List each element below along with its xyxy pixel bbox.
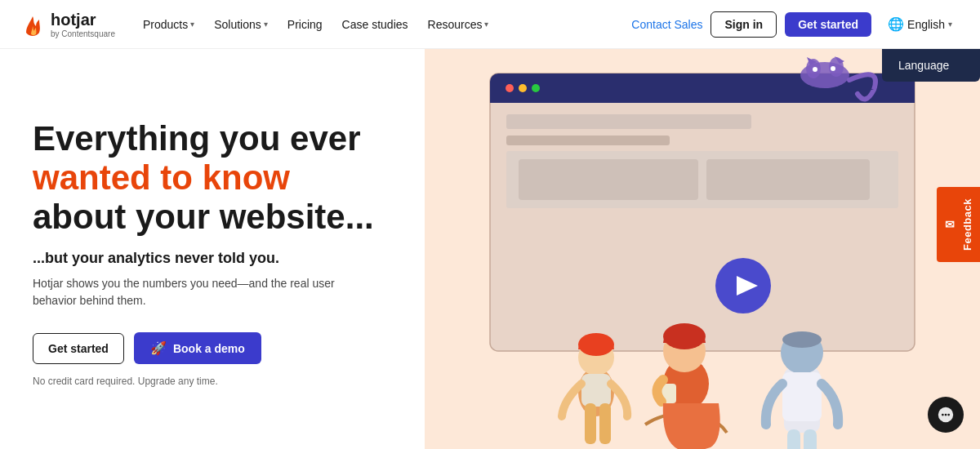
hero-title-line2: about your website... [33,198,374,236]
svg-rect-10 [706,159,870,200]
nav-label-products: Products [143,18,188,31]
svg-point-4 [519,84,527,92]
svg-rect-23 [581,374,611,407]
hero-title-line1: Everything you ever [33,119,360,158]
logo[interactable]: hotjar by Contentsquare [20,10,115,39]
language-selector[interactable]: 🌐 English ▾ [880,11,960,37]
book-demo-button[interactable]: 🚀 Book a demo [134,332,261,364]
globe-icon: 🌐 [888,16,904,32]
nav-label-solutions: Solutions [214,18,261,31]
language-label: English [907,18,945,31]
svg-rect-25 [599,403,611,444]
svg-rect-33 [782,372,822,421]
nav-item-pricing[interactable]: Pricing [279,13,331,36]
contact-sales-link[interactable]: Contact Sales [631,18,702,31]
language-dropdown-label: Language [898,59,949,72]
svg-rect-2 [490,91,915,103]
brand-name: hotjar [51,11,115,29]
nav-left: hotjar by Contentsquare Products ▾ Solut… [20,10,497,39]
rocket-icon: 🚀 [150,340,167,356]
no-credit-card-note: No credit card required. Upgrade any tim… [33,376,392,387]
chevron-down-icon: ▾ [264,20,268,29]
chevron-down-icon: ▾ [190,20,194,29]
chevron-down-icon: ▾ [484,20,488,29]
svg-point-3 [506,84,514,92]
hero-buttons: Get started 🚀 Book a demo [33,332,392,364]
svg-rect-34 [787,429,800,449]
svg-point-5 [532,84,540,92]
sign-in-button[interactable]: Sign in [710,11,777,38]
svg-rect-35 [804,429,817,449]
nav-item-resources[interactable]: Resources ▾ [420,13,497,36]
svg-rect-9 [519,159,698,200]
svg-point-41 [947,414,950,416]
chat-icon [937,406,955,424]
logo-text: hotjar by Contentsquare [51,11,115,38]
svg-point-19 [831,66,835,71]
svg-point-18 [813,67,817,72]
get-started-nav-button[interactable]: Get started [785,12,871,37]
svg-point-32 [782,331,822,348]
chevron-down-icon: ▾ [948,20,952,29]
svg-rect-6 [506,114,751,129]
nav-label-case-studies: Case studies [342,18,408,31]
hero-subtitle: ...but your analytics never told you. [33,250,392,267]
feedback-label: Feedback [961,198,973,251]
nav-item-solutions[interactable]: Solutions ▾ [206,13,276,36]
logo-icon [20,10,46,39]
hero-illustration [425,49,980,449]
feedback-icon: ✉ [943,218,956,232]
feedback-tab[interactable]: Feedback ✉ [937,187,980,262]
nav-label-pricing: Pricing [287,18,323,31]
hero-description: Hotjar shows you the numbers you need—an… [33,275,343,309]
nav-right: Contact Sales Sign in Get started 🌐 Engl… [631,11,960,38]
main-content: Everything you ever wanted to know about… [0,49,980,449]
get-started-hero-button[interactable]: Get started [33,333,124,364]
nav-item-case-studies[interactable]: Case studies [334,13,416,36]
navbar: hotjar by Contentsquare Products ▾ Solut… [0,0,980,49]
svg-point-40 [945,414,947,416]
brand-sub: by Contentsquare [51,29,115,38]
hero-section: Everything you ever wanted to know about… [0,49,425,449]
nav-label-resources: Resources [428,18,483,31]
hero-title: Everything you ever wanted to know about… [33,119,392,238]
svg-rect-24 [585,403,596,444]
book-demo-label: Book a demo [173,342,245,355]
svg-point-39 [942,414,944,416]
chat-bubble[interactable] [928,397,964,433]
nav-item-products[interactable]: Products ▾ [135,13,203,36]
hero-title-highlight: wanted to know [33,158,290,197]
language-dropdown[interactable]: Language [882,49,980,82]
svg-rect-7 [506,136,670,145]
